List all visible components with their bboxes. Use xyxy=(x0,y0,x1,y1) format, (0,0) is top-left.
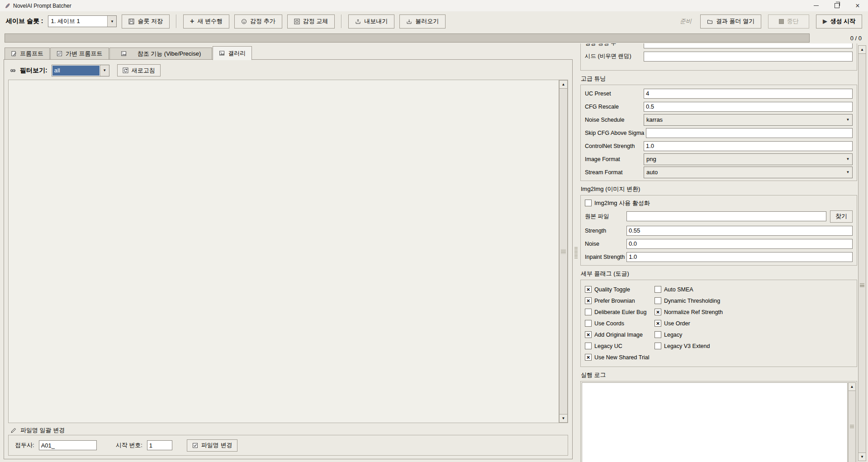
flag-legacy-uc[interactable]: Legacy UC xyxy=(585,340,653,352)
browse-button[interactable]: 찾기 xyxy=(830,210,853,223)
skip-cfg-label: Skip CFG Above Sigma xyxy=(585,130,644,136)
start-generation-button[interactable]: ▶ 생성 시작 xyxy=(816,14,862,29)
log-textarea[interactable] xyxy=(582,382,848,462)
scroll-up-arrow[interactable]: ▲ xyxy=(848,382,856,391)
strength-input[interactable] xyxy=(626,226,853,236)
uc-preset-row: UC Preset xyxy=(585,87,853,100)
checkbox[interactable] xyxy=(585,286,592,293)
noise-schedule-row: Noise Schedule karras ▼ xyxy=(585,113,853,126)
flag-label: Normalize Ref Strength xyxy=(664,309,723,315)
add-emotion-button[interactable]: 감정 추가 xyxy=(234,14,282,29)
checkbox[interactable] xyxy=(655,286,661,293)
chevron-down-icon[interactable]: ▼ xyxy=(844,154,852,165)
flag-use-coords[interactable]: Use Coords xyxy=(585,318,653,329)
status-text: 준비 xyxy=(680,17,692,25)
stream-format-combobox[interactable]: auto ▼ xyxy=(644,167,853,178)
checkbox[interactable] xyxy=(655,320,661,327)
flag-normalize-ref-strength[interactable]: Normalize Ref Strength xyxy=(655,306,853,318)
pane-sash-handle[interactable] xyxy=(574,247,578,259)
scrollbar-grip-icon xyxy=(850,425,854,429)
noise-schedule-combobox[interactable]: karras ▼ xyxy=(644,114,853,126)
flag-auto-smea[interactable]: Auto SMEA xyxy=(655,284,853,295)
log-scrollbar-thumb[interactable] xyxy=(848,391,856,462)
checkbox[interactable] xyxy=(585,331,592,338)
uc-preset-input[interactable] xyxy=(644,89,853,99)
chevron-down-icon[interactable]: ▼ xyxy=(100,65,109,76)
checkbox[interactable] xyxy=(655,331,661,338)
flag-add-original-image[interactable]: Add Original Image xyxy=(585,329,653,340)
checkbox[interactable] xyxy=(655,343,661,349)
flag-quality-toggle[interactable]: Quality Toggle xyxy=(585,284,653,295)
cfg-rescale-input[interactable] xyxy=(644,102,853,112)
refresh-button[interactable]: 새로고침 xyxy=(117,64,161,76)
strength-row: Strength xyxy=(585,224,853,237)
clipped-row-input[interactable] xyxy=(644,43,853,48)
checkbox[interactable] xyxy=(585,297,592,304)
scroll-down-arrow[interactable]: ▼ xyxy=(858,452,866,461)
save-slot-button[interactable]: 슬롯 저장 xyxy=(122,14,170,29)
prefix-input[interactable] xyxy=(39,440,97,450)
filter-combobox[interactable]: all ▼ xyxy=(52,65,109,76)
gallery-scrollbar: ▲ ▼ xyxy=(559,80,568,423)
gallery-scrollbar-thumb[interactable] xyxy=(559,88,568,414)
checkbox[interactable] xyxy=(585,320,592,327)
flag-label: Legacy UC xyxy=(594,343,622,349)
img2img-enable-checkbox[interactable] xyxy=(585,200,592,206)
chevron-down-icon[interactable]: ▼ xyxy=(844,167,852,178)
seed-input[interactable] xyxy=(644,52,853,62)
flag-use-order[interactable]: Use Order xyxy=(655,318,853,329)
import-button[interactable]: 불러오기 xyxy=(399,14,446,29)
settings-scrollbar-thumb[interactable] xyxy=(858,53,866,453)
inpaint-strength-input[interactable] xyxy=(626,252,853,262)
chevron-down-icon[interactable]: ▼ xyxy=(844,114,852,125)
checkbox[interactable] xyxy=(585,354,592,361)
restore-button[interactable] xyxy=(826,0,847,11)
flag-use-new-shared-trial[interactable]: Use New Shared Trial xyxy=(585,352,653,363)
tab-variable-prompt[interactable]: 가변 프롬프트 xyxy=(50,48,109,60)
scroll-up-arrow[interactable]: ▲ xyxy=(858,45,866,54)
controlnet-strength-input[interactable] xyxy=(644,141,853,151)
swap-emotion-button[interactable]: 감정 교체 xyxy=(287,14,335,29)
start-generation-label: 생성 시작 xyxy=(830,17,855,25)
save-slot-combobox[interactable]: 1. 세이브 1 ▼ xyxy=(48,15,117,27)
tab-gallery[interactable]: 갤러리 xyxy=(213,46,252,60)
gallery-filter-row: 필터보기: all ▼ 새로고침 xyxy=(4,60,572,81)
flag-label: Legacy xyxy=(664,332,682,338)
image-format-combobox[interactable]: png ▼ xyxy=(644,153,853,165)
open-result-folder-button[interactable]: 결과 폴더 열기 xyxy=(700,14,761,29)
flag-legacy-v3-extend[interactable]: Legacy V3 Extend xyxy=(655,340,853,352)
skip-cfg-input[interactable] xyxy=(646,128,853,138)
source-file-input[interactable] xyxy=(626,211,826,221)
checkbox[interactable] xyxy=(655,297,661,304)
checkbox[interactable] xyxy=(585,343,592,349)
flag-legacy[interactable]: Legacy xyxy=(655,329,853,340)
new-var-row-button[interactable]: + 새 변수행 xyxy=(183,14,229,29)
noise-input[interactable] xyxy=(626,239,853,249)
flag-dynamic-thresholding[interactable]: Dynamic Thresholding xyxy=(655,295,853,306)
progress-bar xyxy=(5,33,810,43)
tab-reference[interactable]: 참조 기능 (Vibe/Precise) xyxy=(109,48,213,60)
close-icon: × xyxy=(855,2,859,10)
apply-rename-button[interactable]: 파일명 변경 xyxy=(187,439,238,452)
chevron-down-icon[interactable]: ▼ xyxy=(107,16,116,27)
strength-label: Strength xyxy=(585,228,625,234)
flag-label: Quality Toggle xyxy=(594,286,630,293)
tab-prompt[interactable]: 프롬프트 xyxy=(5,48,50,60)
scrollbar-grip-icon xyxy=(561,249,566,253)
clipped-row-label: 장당 생성 수 xyxy=(585,43,642,47)
minimize-button[interactable] xyxy=(806,0,826,11)
flag-prefer-brownian[interactable]: Prefer Brownian xyxy=(585,295,653,306)
scroll-down-arrow[interactable]: ▼ xyxy=(559,414,568,423)
scroll-up-arrow[interactable]: ▲ xyxy=(559,80,568,89)
stop-label: 중단 xyxy=(787,17,799,25)
flag-deliberate-euler-bug[interactable]: Deliberate Euler Bug xyxy=(585,306,653,318)
checkbox[interactable] xyxy=(655,309,661,315)
checkbox[interactable] xyxy=(585,309,592,315)
stop-button[interactable]: 중단 xyxy=(768,14,809,29)
export-button[interactable]: 내보내기 xyxy=(348,14,394,29)
start-number-input[interactable] xyxy=(147,440,172,450)
img2img-enable-row[interactable]: Img2Img 사용 활성화 xyxy=(585,197,853,209)
stream-format-row: Stream Format auto ▼ xyxy=(585,166,853,179)
close-button[interactable]: × xyxy=(847,0,868,11)
gallery-canvas[interactable] xyxy=(9,80,559,423)
